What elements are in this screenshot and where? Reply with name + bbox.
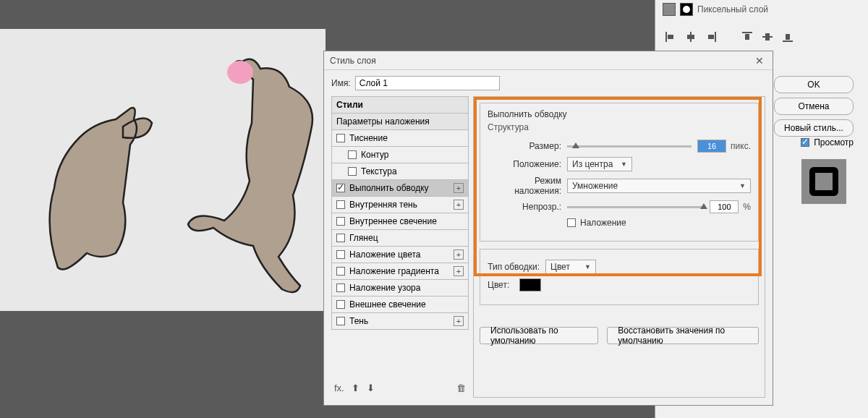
arrow-up-icon[interactable]: ⬆ — [352, 383, 359, 393]
style-item-label: Наложение градиента — [349, 266, 439, 276]
style-checkbox[interactable] — [336, 184, 345, 192]
new-style-button[interactable]: Новый стиль... — [774, 119, 854, 137]
fx-menu-icon[interactable]: fx. — [334, 383, 344, 393]
layer-mask-icon — [680, 3, 693, 16]
make-default-button[interactable]: Использовать по умолчанию — [480, 327, 598, 344]
add-effect-icon[interactable]: + — [454, 200, 464, 210]
style-item-label: Внешнее свечение — [349, 299, 426, 310]
opacity-slider[interactable] — [567, 206, 704, 208]
ok-button[interactable]: OK — [774, 76, 854, 93]
style-item[interactable]: Внутренняя тень+ — [331, 197, 469, 213]
add-effect-icon[interactable]: + — [454, 316, 464, 326]
close-icon[interactable]: ✕ — [752, 55, 767, 67]
style-item[interactable]: Тиснение — [331, 130, 469, 147]
canvas-area — [0, 29, 326, 311]
overprint-checkbox[interactable] — [567, 218, 576, 227]
preview-checkbox-icon[interactable] — [801, 138, 809, 147]
position-label: Положение: — [488, 159, 567, 169]
trash-icon[interactable]: 🗑 — [456, 383, 466, 393]
style-checkbox[interactable] — [348, 167, 357, 176]
align-left-icon[interactable] — [665, 32, 676, 42]
style-checkbox[interactable] — [336, 217, 345, 226]
opacity-input[interactable] — [710, 200, 739, 213]
style-item[interactable]: Текстура — [331, 163, 469, 180]
align-vcenter-icon[interactable] — [762, 32, 773, 42]
cancel-button[interactable]: Отмена — [774, 98, 854, 115]
structure-fieldset: Выполнить обводку Структура Размер: пикс… — [480, 103, 759, 242]
svg-point-0 — [227, 61, 253, 84]
style-preview-box — [801, 159, 846, 204]
style-item-label: Контур — [361, 150, 388, 160]
chevron-down-icon: ▼ — [584, 263, 591, 270]
add-effect-icon[interactable]: + — [454, 183, 464, 193]
style-item[interactable]: Контур — [331, 147, 469, 163]
reset-default-button[interactable]: Восстановить значения по умолчанию — [607, 327, 759, 344]
style-item[interactable]: Наложение узора — [331, 280, 469, 297]
stroke-type-label: Тип обводки: — [488, 262, 545, 272]
layer-row[interactable]: Пиксельный слой — [655, 0, 868, 19]
style-checkbox[interactable] — [336, 134, 345, 142]
stroke-settings-panel: Выполнить обводку Структура Размер: пикс… — [473, 96, 765, 398]
fill-type-fieldset: Тип обводки: Цвет▼ Цвет: — [480, 249, 759, 305]
opacity-label: Непрозр.: — [488, 202, 567, 212]
style-item[interactable]: Глянец — [331, 230, 469, 247]
position-select[interactable]: Из центра▼ — [567, 157, 632, 171]
size-input[interactable] — [697, 140, 726, 153]
style-item[interactable]: Внутреннее свечение — [331, 213, 469, 230]
align-right-icon[interactable] — [706, 32, 716, 42]
style-item-label: Внутреннее свечение — [349, 216, 437, 226]
stroke-color-swatch[interactable] — [519, 278, 541, 291]
panel-title: Выполнить обводку — [488, 109, 751, 119]
layer-thumb-icon — [663, 3, 676, 16]
style-item[interactable]: Наложение градиента+ — [331, 263, 469, 280]
style-item[interactable]: Тень+ — [331, 313, 469, 330]
styles-footer: fx. ⬆ ⬇ 🗑 — [331, 378, 469, 398]
name-row: Имя: — [324, 70, 773, 96]
dialog-titlebar[interactable]: Стиль слоя ✕ — [324, 51, 773, 70]
layer-name: Пиксельный слой — [697, 4, 768, 14]
style-item[interactable]: Внешнее свечение — [331, 297, 469, 313]
dialog-side-buttons: OK Отмена Новый стиль... — [774, 76, 854, 137]
style-item-label: Тиснение — [349, 133, 388, 143]
layer-style-dialog: Стиль слоя ✕ Имя: Стили Параметры наложе… — [323, 51, 773, 406]
structure-label: Структура — [488, 122, 751, 132]
name-label: Имя: — [331, 78, 351, 88]
layer-name-input[interactable] — [355, 76, 500, 90]
preview-toggle-row[interactable]: Просмотр — [801, 137, 854, 148]
style-item[interactable]: Наложение цвета+ — [331, 247, 469, 263]
style-checkbox[interactable] — [336, 250, 345, 259]
overprint-label: Наложение — [580, 218, 626, 228]
add-effect-icon[interactable]: + — [454, 266, 464, 276]
blend-mode-select[interactable]: Умножение▼ — [567, 179, 751, 193]
blend-label: Режим наложения: — [488, 176, 567, 196]
size-slider[interactable] — [567, 145, 692, 148]
style-checkbox[interactable] — [336, 300, 345, 309]
style-checkbox[interactable] — [336, 267, 345, 276]
style-item-label: Тень — [349, 316, 368, 326]
style-checkbox[interactable] — [336, 200, 345, 209]
arrow-down-icon[interactable]: ⬇ — [367, 383, 375, 393]
align-toolbar — [655, 19, 868, 55]
stroke-type-select[interactable]: Цвет▼ — [545, 260, 596, 274]
style-checkbox[interactable] — [336, 317, 345, 325]
align-hcenter-icon[interactable] — [686, 32, 696, 42]
styles-header: Стили — [331, 96, 469, 114]
opacity-unit: % — [743, 202, 751, 212]
cat-silhouette-1 — [14, 80, 159, 289]
chevron-down-icon: ▼ — [739, 182, 746, 189]
chevron-down-icon: ▼ — [621, 161, 627, 168]
style-item-label: Глянец — [349, 233, 378, 243]
add-effect-icon[interactable]: + — [454, 249, 464, 260]
style-item[interactable]: Выполнить обводку+ — [331, 180, 469, 197]
style-item-label: Внутренняя тень — [349, 200, 417, 210]
dialog-title: Стиль слоя — [330, 56, 376, 66]
style-checkbox[interactable] — [336, 234, 345, 242]
cat-silhouette-2 — [174, 51, 340, 318]
style-item-label: Выполнить обводку — [349, 183, 429, 193]
style-checkbox[interactable] — [336, 283, 345, 292]
style-checkbox[interactable] — [348, 150, 357, 159]
blending-options-header[interactable]: Параметры наложения — [331, 114, 469, 130]
align-bottom-icon[interactable] — [783, 32, 793, 42]
style-item-label: Текстура — [361, 166, 397, 176]
align-top-icon[interactable] — [742, 32, 752, 42]
